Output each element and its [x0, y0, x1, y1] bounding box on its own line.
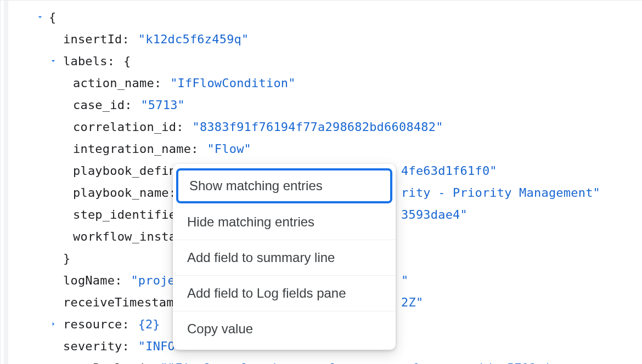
json-key: labels [63, 54, 108, 68]
json-key: playbook_name [73, 186, 169, 200]
collapse-icon[interactable] [33, 13, 47, 21]
brace-close: } [63, 252, 70, 265]
menu-show-matching[interactable]: Show matching entries [176, 168, 392, 203]
field-integration_name[interactable]: integration_name: "Flow" [17, 138, 642, 160]
json-key: logName [63, 274, 115, 287]
field-labels[interactable]: labels: { [17, 50, 642, 72]
field-insertId[interactable]: insertId: "k12dc5f6z459q" [17, 28, 642, 50]
json-value: ""Final evaluation result message for ca… [160, 361, 566, 365]
json-key: action_name [73, 76, 154, 90]
field-correlation_id[interactable]: correlation_id: "8383f91f76194f77a298682… [17, 116, 642, 138]
context-menu: Show matching entries Hide matching entr… [173, 164, 396, 350]
field-action_name[interactable]: action_name: "IfFlowCondition" [17, 72, 642, 94]
menu-copy-value[interactable]: Copy value [173, 311, 396, 346]
json-value: "8383f91f76194f77a298682bd6608482" [192, 120, 443, 134]
json-value: "5713" [140, 98, 185, 112]
json-value-tail: 3593dae4" [401, 208, 468, 221]
collapse-icon[interactable] [47, 56, 60, 65]
menu-item-label: Copy value [187, 321, 253, 336]
field-textPayload[interactable]: textPayload: ""Final evaluation result m… [17, 357, 642, 364]
json-key: step_identifier [73, 208, 184, 221]
menu-item-label: Add field to summary line [187, 250, 335, 265]
json-key: severity [63, 339, 122, 353]
json-key: case_id [73, 98, 125, 112]
brace-open: { [49, 10, 56, 24]
json-value: "IfFlowCondition" [170, 76, 296, 90]
json-key: playbook_defini [73, 164, 184, 178]
menu-add-summary[interactable]: Add field to summary line [173, 240, 396, 276]
json-key: resource [63, 317, 122, 331]
json-key: textPayload [63, 361, 144, 365]
field-case_id[interactable]: case_id: "5713" [17, 94, 642, 116]
json-value: "Flow" [207, 142, 251, 156]
json-key: integration_name [73, 142, 191, 156]
json-key: workflow_instan [73, 230, 184, 243]
json-value-right: " [401, 274, 408, 287]
json-root-open[interactable]: { [17, 6, 642, 28]
menu-hide-matching[interactable]: Hide matching entries [173, 204, 396, 240]
brace-open: { [123, 54, 131, 68]
json-key: insertId [63, 32, 122, 46]
json-key: correlation_id [73, 120, 176, 134]
expand-icon[interactable] [47, 320, 60, 328]
menu-item-label: Hide matching entries [187, 214, 314, 229]
menu-add-log-fields[interactable]: Add field to Log fields pane [173, 276, 396, 311]
json-key: receiveTimestamp [63, 295, 181, 309]
menu-item-label: Add field to Log fields pane [187, 286, 346, 300]
json-value-tail: 4fe63d1f61f0" [401, 164, 497, 178]
json-value-right: 2Z" [401, 295, 423, 309]
json-value: "k12dc5f6z459q" [138, 32, 249, 46]
menu-item-label: Show matching entries [189, 178, 323, 193]
json-value-tail: rity - Priority Management" [401, 186, 600, 200]
json-summary: {2} [138, 317, 160, 331]
